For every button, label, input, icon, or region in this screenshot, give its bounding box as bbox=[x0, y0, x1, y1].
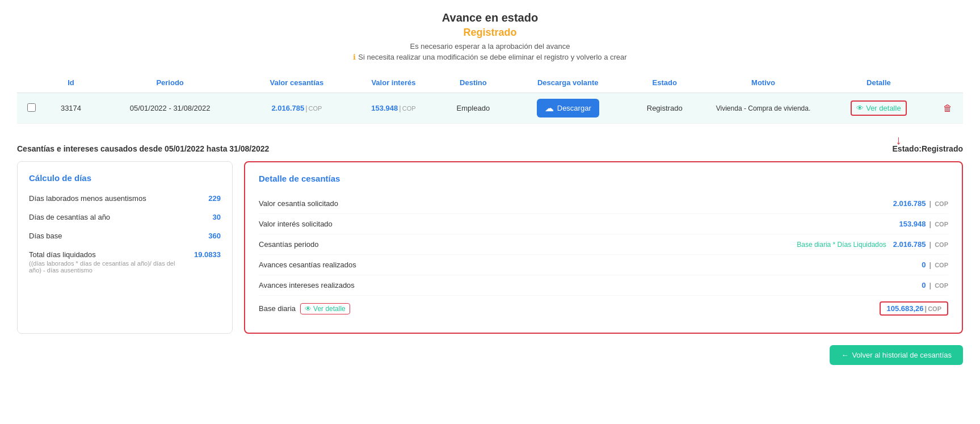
ver-detalle-base-diaria-link[interactable]: 👁 Ver detalle bbox=[300, 303, 350, 314]
col-periodo: Periodo bbox=[95, 73, 244, 93]
detail-columns: Cálculo de días Días laborados menos aus… bbox=[17, 161, 963, 334]
row-delete[interactable]: 🗑 bbox=[933, 93, 963, 124]
col-destino: Destino bbox=[438, 73, 508, 93]
calc-value-1: 30 bbox=[187, 213, 221, 221]
ver-detalle-link[interactable]: 👁 Ver detalle bbox=[851, 100, 906, 116]
calc-sublabel-3: ((días laborados * días de cesantías al … bbox=[29, 260, 187, 274]
detail-label-2: Cesantías periodo bbox=[259, 240, 319, 249]
warning-icon: ℹ bbox=[353, 53, 356, 61]
calc-label-3: Total días liquidados bbox=[29, 250, 187, 259]
detail-value-4: 0|COP bbox=[922, 281, 948, 289]
page-wrapper: Avance en estado Registrado Es necesario… bbox=[0, 0, 980, 424]
calc-value-0: 229 bbox=[187, 194, 221, 203]
detail-value-3: 0|COP bbox=[922, 261, 948, 269]
calc-value-3: 19.0833 bbox=[187, 250, 221, 259]
row-id: 33174 bbox=[47, 93, 96, 124]
row-descargar: ☁ Descargar bbox=[508, 93, 628, 124]
warning-message: ℹSi necesita realizar una modificación s… bbox=[17, 53, 963, 61]
descargar-button[interactable]: ☁ Descargar bbox=[537, 99, 599, 117]
col-motivo: Motivo bbox=[702, 73, 825, 93]
base-note-2: Base diaria * Días Liquidados bbox=[797, 241, 886, 249]
detail-value-0: 2.016.785|COP bbox=[893, 199, 948, 208]
col-estado: Estado bbox=[628, 73, 702, 93]
status-registered: Registrado bbox=[17, 27, 963, 39]
row-periodo: 05/01/2022 - 31/08/2022 bbox=[95, 93, 244, 124]
calc-label-2: Días base bbox=[29, 232, 187, 240]
table-row: 33174 05/01/2022 - 31/08/2022 2.016.785|… bbox=[17, 93, 963, 124]
detail-label-1: Valor interés solicitado bbox=[259, 220, 333, 228]
section-title: Cesantías e intereses causados desde 05/… bbox=[17, 144, 269, 153]
detail-label-3: Avances cesantías realizados bbox=[259, 261, 356, 269]
calc-label-1: Días de cesantías al año bbox=[29, 213, 187, 221]
eye-small-icon: 👁 bbox=[305, 305, 312, 313]
volver-button[interactable]: ← Volver al historial de cesantías bbox=[830, 345, 963, 365]
chevron-left-icon: ← bbox=[841, 351, 848, 359]
row-destino: Empleado bbox=[438, 93, 508, 124]
row-valor-interes: 153.948|COP bbox=[349, 93, 438, 124]
base-diaria-label: Base diaria 👁 Ver detalle bbox=[259, 303, 350, 314]
base-diaria-box: 105.683,26|COP bbox=[880, 301, 948, 316]
col-descarga-volante: Descarga volante bbox=[508, 73, 628, 93]
eye-icon: 👁 bbox=[856, 104, 864, 112]
estado-label: Estado:Registrado bbox=[893, 144, 963, 153]
info-message: Es necesario esperar a la aprobación del… bbox=[17, 42, 963, 51]
row-detalle: 👁 Ver detalle bbox=[825, 93, 932, 124]
delete-icon[interactable]: 🗑 bbox=[943, 103, 952, 113]
detail-label-0: Valor cesantía solicitado bbox=[259, 199, 338, 208]
detail-row-4: Avances intereses realizados 0|COP bbox=[259, 275, 948, 296]
col-detalle: Detalle bbox=[825, 73, 932, 93]
col-checkbox bbox=[17, 73, 47, 93]
detail-row-1: Valor interés solicitado 153.948|COP bbox=[259, 214, 948, 234]
cloud-upload-icon: ☁ bbox=[545, 103, 554, 114]
bottom-bar: ← Volver al historial de cesantías bbox=[17, 345, 963, 365]
row-valor-cesantias: 2.016.785|COP bbox=[245, 93, 349, 124]
page-header: Avance en estado Registrado Es necesario… bbox=[17, 11, 963, 61]
detail-row-2: Cesantías periodo Base diaria * Días Liq… bbox=[259, 234, 948, 255]
calc-row-1: Días de cesantías al año 30 bbox=[29, 213, 221, 221]
detail-label-4: Avances intereses realizados bbox=[259, 281, 355, 289]
detail-value-1: 153.948|COP bbox=[899, 220, 948, 228]
col-actions bbox=[933, 73, 963, 93]
detail-value-2: Base diaria * Días Liquidados 2.016.785|… bbox=[797, 240, 948, 249]
base-diaria-value: 105.683,26|COP bbox=[880, 301, 948, 316]
calc-label-0: Días laborados menos ausentismos bbox=[29, 194, 187, 203]
calc-value-2: 360 bbox=[187, 232, 221, 240]
calculo-dias-title: Cálculo de días bbox=[29, 173, 221, 183]
detalle-cesantias-panel: Detalle de cesantías Valor cesantía soli… bbox=[244, 161, 963, 334]
calculo-dias-card: Cálculo de días Días laborados menos aus… bbox=[17, 161, 233, 334]
page-title: Avance en estado bbox=[17, 11, 963, 24]
row-checkbox[interactable] bbox=[27, 103, 36, 112]
detalle-cesantias-title: Detalle de cesantías bbox=[259, 174, 948, 183]
row-estado: Registrado bbox=[628, 93, 702, 124]
calc-row-0: Días laborados menos ausentismos 229 bbox=[29, 194, 221, 203]
row-motivo: Vivienda - Compra de vivienda. bbox=[702, 93, 825, 124]
detail-row-0: Valor cesantía solicitado 2.016.785|COP bbox=[259, 194, 948, 214]
detail-row-base-diaria: Base diaria 👁 Ver detalle 105.683,26|COP bbox=[259, 296, 948, 321]
calc-row-2: Días base 360 bbox=[29, 232, 221, 240]
row-checkbox-cell[interactable] bbox=[17, 93, 47, 124]
col-valor-cesantias: Valor cesantías bbox=[245, 73, 349, 93]
cesantias-table: Id Periodo Valor cesantías Valor interés… bbox=[17, 73, 963, 124]
section-header: Cesantías e intereses causados desde 05/… bbox=[17, 144, 963, 153]
col-id: Id bbox=[47, 73, 96, 93]
calc-row-3: Total días liquidados ((días laborados *… bbox=[29, 250, 221, 274]
col-valor-interes: Valor interés bbox=[349, 73, 438, 93]
detail-row-3: Avances cesantías realizados 0|COP bbox=[259, 255, 948, 275]
